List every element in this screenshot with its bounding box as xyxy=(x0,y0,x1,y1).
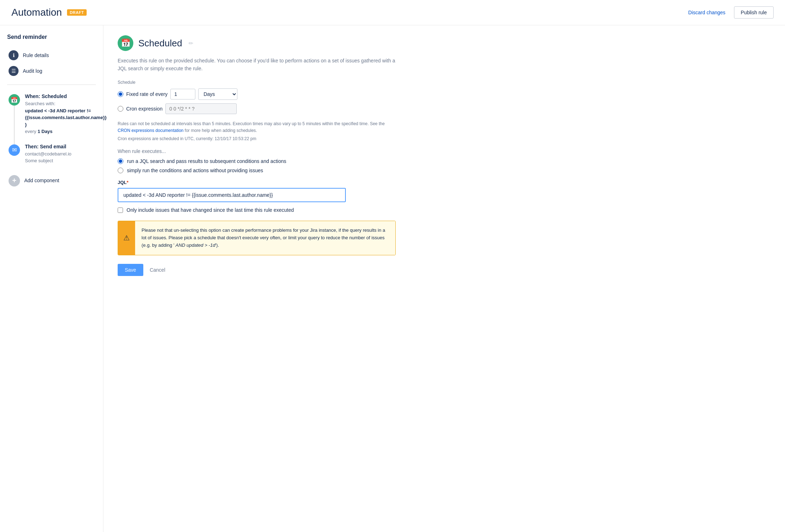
main-content: 📅 Scheduled ✏ Executes this rule on the … xyxy=(103,25,410,532)
when-executes-label: When rule executes... xyxy=(118,148,396,154)
rule-name: Send reminder xyxy=(7,34,96,40)
cron-docs-link[interactable]: CRON expressions documentation xyxy=(118,128,184,133)
edit-icon[interactable]: ✏ xyxy=(189,40,193,47)
simply-run-label: simply run the conditions and actions wi… xyxy=(127,168,263,173)
discard-changes-button[interactable]: Discard changes xyxy=(684,7,730,18)
only-include-checkbox[interactable] xyxy=(118,208,123,213)
warning-body: Please not that un-selecting this option… xyxy=(135,221,395,255)
fixed-rate-value-input[interactable] xyxy=(170,89,195,99)
schedule-radio-group: Fixed rate of every Days Hours Minutes C… xyxy=(118,88,396,114)
only-include-label: Only include issues that have changed si… xyxy=(127,207,294,213)
sidebar-item-rule-details[interactable]: ℹ Rule details xyxy=(7,47,96,63)
add-component[interactable]: + Add component xyxy=(7,172,96,189)
sidebar-item-audit-log[interactable]: ☰ Audit log xyxy=(7,63,96,79)
draft-badge: DRAFT xyxy=(67,9,87,16)
fixed-rate-unit-select[interactable]: Days Hours Minutes xyxy=(198,88,237,100)
info-text-2: for more help when adding schedules. xyxy=(184,128,257,133)
top-bar-left: Automation DRAFT xyxy=(11,7,87,18)
cron-label: Cron expression xyxy=(126,106,163,112)
warning-icon: ⚠ xyxy=(123,234,130,242)
content-description: Executes this rule on the provided sched… xyxy=(118,57,396,73)
send-email-step-icon: ✉ xyxy=(9,144,20,156)
run-jql-label: run a JQL search and pass results to sub… xyxy=(127,158,286,164)
simply-run-row: simply run the conditions and actions wi… xyxy=(118,168,396,173)
audit-log-label: Audit log xyxy=(23,68,42,74)
step-when-scheduled[interactable]: 📅 When: Scheduled Searches with: updated… xyxy=(7,91,96,138)
audit-icon: ☰ xyxy=(9,66,19,76)
send-email-step-desc: contact@codebarrel.io Some subject xyxy=(25,150,71,164)
run-jql-row: run a JQL search and pass results to sub… xyxy=(118,158,396,164)
app-title: Automation xyxy=(11,7,62,18)
sidebar-divider xyxy=(7,85,96,85)
execute-radio-group: run a JQL search and pass results to sub… xyxy=(118,158,396,173)
schedule-label: Schedule xyxy=(118,80,396,85)
utc-text: Cron expressions are scheduled in UTC, c… xyxy=(118,136,396,141)
scheduled-step-content: When: Scheduled Searches with: updated <… xyxy=(25,93,107,135)
simply-run-radio[interactable] xyxy=(118,168,123,173)
warning-stripe: ⚠ xyxy=(118,221,135,255)
sidebar: Send reminder ℹ Rule details ☰ Audit log… xyxy=(0,25,103,532)
warning-box: ⚠ Please not that un-selecting this opti… xyxy=(118,221,396,255)
cron-radio[interactable] xyxy=(118,106,123,112)
scheduled-step-title: When: Scheduled xyxy=(25,93,107,99)
fixed-rate-row: Fixed rate of every Days Hours Minutes xyxy=(118,88,396,100)
content-header: 📅 Scheduled ✏ xyxy=(118,35,396,51)
add-component-icon: + xyxy=(9,175,20,186)
send-email-step-content: Then: Send email contact@codebarrel.io S… xyxy=(25,144,71,164)
cron-row: Cron expression xyxy=(118,103,396,114)
scheduled-step-desc: Searches with: updated < -3d AND reporte… xyxy=(25,100,107,135)
scheduled-step-icon: 📅 xyxy=(9,94,20,106)
main-layout: Send reminder ℹ Rule details ☰ Audit log… xyxy=(0,25,785,532)
fixed-rate-radio[interactable] xyxy=(118,91,123,97)
fixed-rate-label: Fixed rate of every xyxy=(126,91,168,97)
only-include-row: Only include issues that have changed si… xyxy=(118,207,396,213)
rule-details-label: Rule details xyxy=(23,52,49,58)
jql-input[interactable] xyxy=(118,188,346,202)
save-button[interactable]: Save xyxy=(118,264,143,276)
top-bar: Automation DRAFT Discard changes Publish… xyxy=(0,0,785,25)
run-jql-radio[interactable] xyxy=(118,158,123,164)
action-row: Save Cancel xyxy=(118,264,396,276)
publish-rule-button[interactable]: Publish rule xyxy=(734,6,774,19)
step-then-send-email[interactable]: ✉ Then: Send email contact@codebarrel.io… xyxy=(7,141,96,167)
info-text-1: Rules can not be scheduled at intervals … xyxy=(118,121,385,126)
cancel-button[interactable]: Cancel xyxy=(148,264,167,276)
add-component-label: Add component xyxy=(24,178,59,183)
top-bar-right: Discard changes Publish rule xyxy=(684,6,774,19)
send-email-step-title: Then: Send email xyxy=(25,144,71,149)
content-header-icon: 📅 xyxy=(118,35,133,51)
content-title: Scheduled xyxy=(138,38,182,49)
cron-input[interactable] xyxy=(165,103,237,114)
jql-required-marker: * xyxy=(127,180,128,185)
info-icon: ℹ xyxy=(9,50,19,60)
jql-label: JQL* xyxy=(118,180,396,185)
schedule-info-text: Rules can not be scheduled at intervals … xyxy=(118,121,396,134)
